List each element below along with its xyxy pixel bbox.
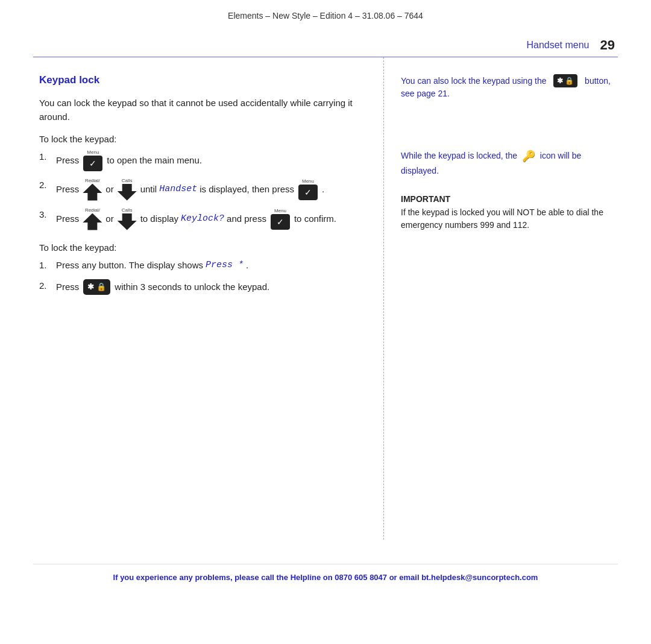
menu-button-icon-1 [83,156,102,171]
star-symbol: ✱ [87,281,94,293]
page-number: 29 [600,37,615,53]
step-num-2: 2. [39,178,56,192]
lock-step-2: 2. Press Redial/ or Calls until Handset … [39,178,365,201]
unlock-step-2-content: Press ✱ 🔒 within 3 seconds to unlock the… [56,279,269,295]
menu-btn-3-wrap: Menu [271,209,290,230]
lock-symbol-side: 🔒 [565,75,574,86]
key-icon: 🔑 [522,150,535,162]
handset-display-text: Handset [159,183,197,197]
calls-btn-wrap: Calls [118,178,137,201]
section-label: Handset menu [526,40,589,51]
up-arrow-icon-1 [83,184,102,201]
down-arrow-icon-2 [118,213,137,230]
top-nav: Handset menu 29 [0,27,651,57]
unlock-step-num-2: 2. [39,279,56,293]
side-note-2-text: While the keypad is locked, the 🔑 icon w… [401,148,612,177]
menu-btn-1-wrap: Menu [83,150,102,171]
intro-text: You can lock the keypad so that it canno… [39,96,365,124]
down-arrow-icon-1 [118,184,137,201]
main-column: Keypad lock You can lock the keypad so t… [33,57,384,540]
important-block: IMPORTANT If the keypad is locked you wi… [401,194,612,232]
menu-btn-2-wrap: Menu [298,179,318,200]
side-note-2: While the keypad is locked, the 🔑 icon w… [401,148,612,177]
side-note-1: You can also lock the keypad using the ✱… [401,74,612,100]
calls-btn-wrap-2: Calls [118,208,137,230]
content-area: Keypad lock You can lock the keypad so t… [33,57,618,540]
unlock-heading: To lock the keypad: [39,242,365,253]
step-num-3: 3. [39,208,56,222]
unlock-steps-list: 1. Press any button. The display shows P… [39,259,365,295]
step-3-content: Press Redial/ or Calls to display Keyloc… [56,208,336,230]
step-1-content: Press Menu to open the main menu. [56,150,202,171]
star-symbol-side: ✱ [557,75,563,86]
important-label: IMPORTANT [401,194,612,204]
lock-steps-list: 1. Press Menu to open the main menu. 2. … [39,150,365,230]
side-column: You can also lock the keypad using the ✱… [384,57,618,540]
footer-text: If you experience any problems, please c… [113,573,538,582]
redial-btn-wrap-2: Redial/ [83,208,102,230]
lock-symbol: 🔒 [96,281,106,293]
unlock-step-1-content: Press any button. The display shows Pres… [56,259,248,273]
header-title: Elements – New Style – Edition 4 – 31.08… [228,11,423,21]
important-text: If the keypad is locked you will NOT be … [401,206,612,232]
star-lock-btn-side: ✱ 🔒 [553,74,577,87]
menu-button-icon-2 [298,185,318,200]
section-title: Keypad lock [39,74,365,86]
keylock-display-text: Keylock? [181,212,224,226]
step-num-1: 1. [39,150,56,164]
side-note-2-area: While the keypad is locked, the 🔑 icon w… [401,148,612,232]
page-header: Elements – New Style – Edition 4 – 31.08… [0,0,651,27]
step-2-content: Press Redial/ or Calls until Handset is … [56,178,324,201]
unlock-step-2: 2. Press ✱ 🔒 within 3 seconds to unlock … [39,279,365,295]
unlock-step-1: 1. Press any button. The display shows P… [39,259,365,273]
press-star-text: Press * [206,259,244,273]
star-lock-button-main: ✱ 🔒 [83,279,110,295]
menu-button-icon-3 [271,214,290,230]
side-note-1-text: You can also lock the keypad using the ✱… [401,74,612,100]
unlock-step-num-1: 1. [39,259,56,273]
lock-step-1: 1. Press Menu to open the main menu. [39,150,365,171]
lock-heading: To lock the keypad: [39,134,365,144]
footer-bar: If you experience any problems, please c… [33,564,618,582]
redial-btn-wrap: Redial/ [83,178,102,201]
lock-step-3: 3. Press Redial/ or Calls to display Key… [39,208,365,230]
up-arrow-icon-2 [83,213,102,230]
